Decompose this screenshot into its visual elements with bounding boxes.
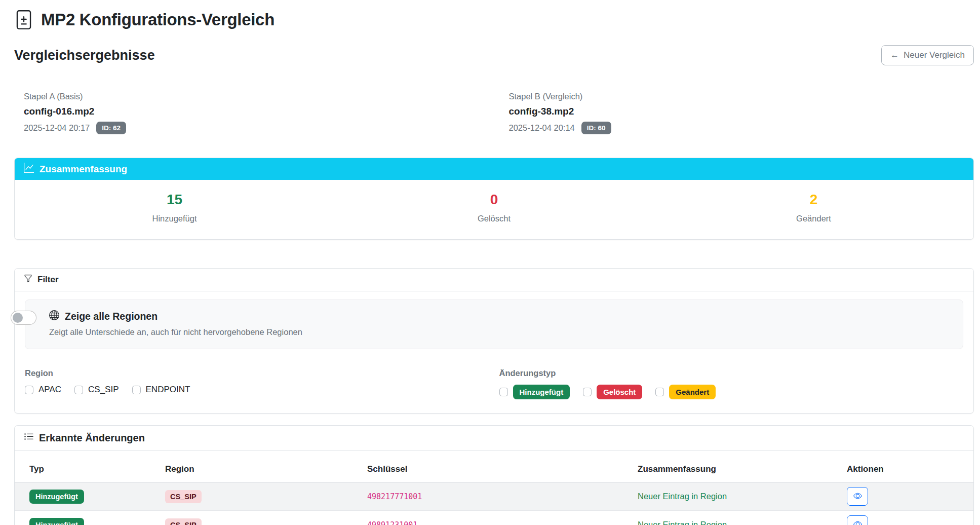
new-compare-button[interactable]: ← Neuer Vergleich bbox=[881, 45, 974, 65]
region-option-endpoint: ENDPOINT bbox=[132, 385, 190, 395]
type-badge-deleted: Gelöscht bbox=[597, 385, 642, 399]
checkbox-apac[interactable] bbox=[25, 386, 33, 394]
show-all-regions-description: Zeigt alle Unterschiede an, auch für nic… bbox=[49, 327, 953, 337]
batch-info-row: Stapel A (Basis) config-016.mp2 2025-12-… bbox=[14, 92, 974, 134]
column-header-aktionen: Aktionen bbox=[832, 451, 973, 482]
stat-deleted-value: 0 bbox=[334, 193, 654, 207]
filter-body: Zeige alle Regionen Zeigt alle Unterschi… bbox=[15, 291, 973, 413]
eye-icon bbox=[853, 520, 862, 525]
row-summary-text: Neuer Eintrag in Region bbox=[638, 492, 727, 501]
column-header-typ: Typ bbox=[15, 451, 150, 482]
stat-added-label: Hinzugefügt bbox=[15, 214, 334, 223]
region-chip: CS_SIP bbox=[165, 518, 202, 525]
checkbox-endpoint[interactable] bbox=[132, 386, 141, 394]
table-row: Hinzugefügt CS_SIP 49891231001 Neuer Ein… bbox=[15, 511, 973, 525]
page: MP2 Konfigurations-Vergleich Vergleichse… bbox=[0, 0, 980, 525]
new-compare-label: Neuer Vergleich bbox=[904, 50, 965, 60]
batch-timestamp: 2025-12-04 20:17 bbox=[24, 123, 90, 133]
row-summary-text: Neuer Eintrag in Region bbox=[638, 520, 727, 525]
show-all-regions-panel: Zeige alle Regionen Zeigt alle Unterschi… bbox=[25, 299, 963, 349]
file-diff-icon bbox=[14, 10, 33, 29]
column-header-zusammenfassung: Zusammenfassung bbox=[623, 451, 832, 482]
change-type-filter-label: Änderungstyp bbox=[499, 368, 964, 378]
region-option-label: ENDPOINT bbox=[146, 385, 190, 395]
checkbox-hinzugefuegt[interactable] bbox=[499, 388, 508, 396]
batch-filename: config-016.mp2 bbox=[24, 106, 489, 117]
key-value: 498217771001 bbox=[367, 492, 422, 501]
region-option-label: APAC bbox=[38, 385, 61, 395]
column-header-schluessel: Schlüssel bbox=[352, 451, 623, 482]
region-option-cs-sip: CS_SIP bbox=[74, 385, 119, 395]
type-option-added: Hinzugefügt bbox=[499, 385, 570, 399]
batch-id-badge: ID: 60 bbox=[581, 122, 611, 134]
app-title: MP2 Konfigurations-Vergleich bbox=[41, 10, 275, 29]
funnel-icon bbox=[24, 274, 32, 285]
filter-title: Filter bbox=[37, 275, 59, 285]
type-option-changed: Geändert bbox=[655, 385, 716, 399]
region-filter-group: Region APAC CS_SIP ENDPOINT bbox=[25, 368, 489, 399]
type-badge-added: Hinzugefügt bbox=[513, 385, 570, 399]
change-type-filter-group: Änderungstyp Hinzugefügt Gelöscht Geä bbox=[489, 368, 964, 399]
region-option-apac: APAC bbox=[25, 385, 61, 395]
checkbox-cs-sip[interactable] bbox=[74, 386, 83, 394]
batch-panel-a: Stapel A (Basis) config-016.mp2 2025-12-… bbox=[14, 92, 489, 134]
stat-changed-label: Geändert bbox=[654, 214, 973, 223]
stat-deleted: 0 Gelöscht bbox=[334, 193, 654, 223]
stat-changed: 2 Geändert bbox=[654, 193, 973, 223]
region-option-label: CS_SIP bbox=[88, 385, 119, 395]
row-type-badge: Hinzugefügt bbox=[29, 518, 84, 525]
filter-card: Filter Zeige alle Regionen Zeigt alle Un… bbox=[14, 268, 974, 414]
batch-id-badge: ID: 62 bbox=[96, 122, 126, 134]
view-details-button[interactable] bbox=[847, 515, 868, 525]
batch-label: Stapel B (Vergleich) bbox=[509, 92, 974, 101]
batch-filename: config-38.mp2 bbox=[509, 106, 974, 117]
row-type-badge: Hinzugefügt bbox=[29, 490, 84, 504]
arrow-left-icon: ← bbox=[890, 50, 899, 60]
summary-body: 15 Hinzugefügt 0 Gelöscht 2 Geändert bbox=[15, 180, 973, 239]
summary-title: Zusammenfassung bbox=[40, 164, 127, 175]
region-filter-label: Region bbox=[25, 368, 489, 378]
chart-line-icon bbox=[24, 163, 34, 175]
batch-timestamp: 2025-12-04 20:14 bbox=[509, 123, 575, 133]
stat-deleted-label: Gelöscht bbox=[334, 214, 654, 223]
changes-title: Erkannte Änderungen bbox=[39, 432, 145, 444]
summary-card: Zusammenfassung 15 Hinzugefügt 0 Gelösch… bbox=[14, 158, 974, 240]
changes-table: Typ Region Schlüssel Zusammenfassung Akt… bbox=[15, 451, 973, 525]
list-icon bbox=[24, 432, 34, 444]
eye-icon bbox=[853, 492, 862, 502]
changes-card: Erkannte Änderungen Typ Region Schlüssel… bbox=[14, 425, 974, 525]
summary-header: Zusammenfassung bbox=[15, 158, 973, 180]
stat-added-value: 15 bbox=[15, 193, 334, 207]
show-all-regions-label: Zeige alle Regionen bbox=[65, 311, 158, 322]
batch-panel-b: Stapel B (Vergleich) config-38.mp2 2025-… bbox=[489, 92, 974, 134]
table-row: Hinzugefügt CS_SIP 498217771001 Neuer Ei… bbox=[15, 482, 973, 511]
app-header: MP2 Konfigurations-Vergleich bbox=[14, 10, 974, 29]
show-all-regions-toggle[interactable] bbox=[11, 311, 36, 325]
table-header-row: Typ Region Schlüssel Zusammenfassung Akt… bbox=[15, 451, 973, 482]
view-details-button[interactable] bbox=[847, 487, 868, 506]
batch-label: Stapel A (Basis) bbox=[24, 92, 489, 101]
toggle-knob bbox=[13, 313, 23, 323]
page-title: Vergleichsergebnisse bbox=[14, 48, 155, 63]
checkbox-geloescht[interactable] bbox=[583, 388, 592, 396]
type-option-deleted: Gelöscht bbox=[583, 385, 642, 399]
changes-header: Erkannte Änderungen bbox=[15, 426, 973, 451]
stat-added: 15 Hinzugefügt bbox=[15, 193, 334, 223]
subheader: Vergleichsergebnisse ← Neuer Vergleich bbox=[14, 45, 974, 65]
key-value: 49891231001 bbox=[367, 520, 417, 525]
checkbox-geaendert[interactable] bbox=[655, 388, 664, 396]
stat-changed-value: 2 bbox=[654, 193, 973, 207]
column-header-region: Region bbox=[150, 451, 352, 482]
filter-header: Filter bbox=[15, 269, 973, 291]
region-chip: CS_SIP bbox=[165, 490, 202, 503]
globe-icon bbox=[49, 310, 59, 323]
type-badge-changed: Geändert bbox=[669, 385, 716, 399]
